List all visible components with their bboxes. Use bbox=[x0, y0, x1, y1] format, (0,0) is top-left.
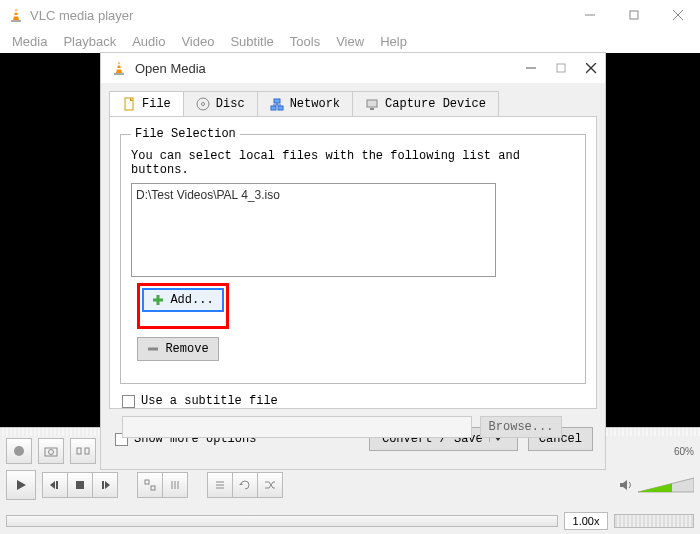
minimize-button[interactable] bbox=[568, 0, 612, 30]
prev-button[interactable] bbox=[42, 472, 68, 498]
svg-rect-34 bbox=[117, 68, 122, 70]
volume-control[interactable] bbox=[618, 476, 694, 494]
volume-percent: 60% bbox=[674, 446, 694, 457]
svg-rect-16 bbox=[76, 481, 84, 489]
tab-network[interactable]: Network bbox=[257, 91, 353, 116]
disc-icon bbox=[196, 97, 210, 111]
play-button[interactable] bbox=[6, 470, 36, 500]
svg-point-42 bbox=[201, 103, 204, 106]
file-icon bbox=[122, 97, 136, 111]
open-media-dialog: Open Media File Disc Network Capture Dev… bbox=[100, 52, 606, 470]
main-titlebar: VLC media player bbox=[0, 0, 700, 30]
svg-rect-49 bbox=[370, 108, 374, 110]
dialog-minimize-button[interactable] bbox=[526, 63, 536, 74]
file-selection-fieldset: File Selection You can select local file… bbox=[120, 127, 586, 384]
file-selection-legend: File Selection bbox=[131, 127, 240, 141]
svg-marker-30 bbox=[638, 484, 672, 493]
menu-subtitle[interactable]: Subtitle bbox=[230, 34, 273, 49]
network-icon bbox=[270, 97, 284, 111]
svg-marker-13 bbox=[17, 480, 26, 490]
file-selection-instruction: You can select local files with the foll… bbox=[131, 149, 575, 177]
loop-button[interactable] bbox=[232, 472, 258, 498]
add-button-highlight: Add... bbox=[137, 283, 229, 329]
tab-panel: File Selection You can select local file… bbox=[109, 116, 597, 409]
dialog-close-button[interactable] bbox=[586, 63, 597, 74]
main-title: VLC media player bbox=[30, 8, 133, 23]
svg-point-8 bbox=[14, 446, 24, 456]
volume-slider[interactable] bbox=[638, 476, 694, 494]
svg-marker-27 bbox=[239, 483, 243, 485]
shuffle-button[interactable] bbox=[257, 472, 283, 498]
svg-marker-0 bbox=[13, 8, 19, 20]
svg-rect-5 bbox=[630, 11, 638, 19]
menu-playback[interactable]: Playback bbox=[63, 34, 116, 49]
playlist-button[interactable] bbox=[207, 472, 233, 498]
capture-icon bbox=[365, 97, 379, 111]
stop-button[interactable] bbox=[67, 472, 93, 498]
tab-file[interactable]: File bbox=[109, 91, 184, 116]
snapshot-button[interactable] bbox=[38, 438, 64, 464]
svg-marker-14 bbox=[50, 481, 55, 489]
svg-rect-19 bbox=[145, 480, 149, 484]
menu-media[interactable]: Media bbox=[12, 34, 47, 49]
svg-rect-33 bbox=[117, 64, 121, 66]
add-button[interactable]: Add... bbox=[142, 288, 224, 312]
svg-rect-12 bbox=[85, 448, 89, 454]
menu-video[interactable]: Video bbox=[181, 34, 214, 49]
tab-disc[interactable]: Disc bbox=[183, 91, 258, 116]
fullscreen-button[interactable] bbox=[137, 472, 163, 498]
menubar: Media Playback Audio Video Subtitle Tool… bbox=[0, 30, 700, 53]
svg-marker-28 bbox=[620, 480, 627, 490]
plus-icon bbox=[152, 294, 164, 306]
next-button[interactable] bbox=[92, 472, 118, 498]
svg-rect-43 bbox=[274, 99, 280, 103]
subtitle-path-input bbox=[122, 416, 472, 438]
remove-button[interactable]: Remove bbox=[137, 337, 219, 361]
minus-icon bbox=[147, 343, 159, 355]
tab-capture[interactable]: Capture Device bbox=[352, 91, 499, 116]
seek-bar[interactable] bbox=[6, 515, 558, 527]
browse-button: Browse... bbox=[480, 416, 562, 438]
menu-view[interactable]: View bbox=[336, 34, 364, 49]
maximize-button[interactable] bbox=[612, 0, 656, 30]
vlc-cone-icon bbox=[111, 60, 127, 76]
svg-rect-44 bbox=[271, 106, 276, 110]
subtitle-checkbox-label: Use a subtitle file bbox=[141, 394, 278, 408]
ab-loop-button[interactable] bbox=[70, 438, 96, 464]
svg-point-10 bbox=[49, 450, 54, 455]
subtitle-checkbox[interactable] bbox=[122, 395, 135, 408]
svg-rect-20 bbox=[151, 486, 155, 490]
svg-rect-36 bbox=[557, 64, 565, 72]
close-button[interactable] bbox=[656, 0, 700, 30]
svg-marker-31 bbox=[116, 61, 122, 73]
vlc-cone-icon bbox=[8, 7, 24, 23]
svg-rect-2 bbox=[14, 11, 18, 13]
menu-audio[interactable]: Audio bbox=[132, 34, 165, 49]
ext-settings-button[interactable] bbox=[162, 472, 188, 498]
svg-rect-3 bbox=[14, 15, 19, 17]
svg-rect-1 bbox=[11, 20, 21, 22]
svg-marker-17 bbox=[105, 481, 110, 489]
svg-rect-48 bbox=[367, 100, 377, 107]
svg-rect-15 bbox=[56, 481, 58, 489]
dialog-titlebar: Open Media bbox=[101, 53, 605, 83]
menu-tools[interactable]: Tools bbox=[290, 34, 320, 49]
svg-rect-32 bbox=[114, 73, 124, 75]
dialog-maximize-button[interactable] bbox=[556, 63, 566, 74]
time-strip bbox=[614, 514, 694, 528]
speaker-icon bbox=[618, 477, 634, 493]
file-list[interactable]: D:\Test Videos\PAL 4_3.iso bbox=[131, 183, 496, 277]
file-list-item[interactable]: D:\Test Videos\PAL 4_3.iso bbox=[136, 188, 491, 202]
menu-help[interactable]: Help bbox=[380, 34, 407, 49]
dialog-title: Open Media bbox=[135, 61, 206, 76]
svg-rect-18 bbox=[102, 481, 104, 489]
playback-speed[interactable]: 1.00x bbox=[564, 512, 608, 530]
svg-rect-11 bbox=[77, 448, 81, 454]
record-button[interactable] bbox=[6, 438, 32, 464]
svg-rect-45 bbox=[278, 106, 283, 110]
tabs: File Disc Network Capture Device bbox=[109, 91, 597, 116]
